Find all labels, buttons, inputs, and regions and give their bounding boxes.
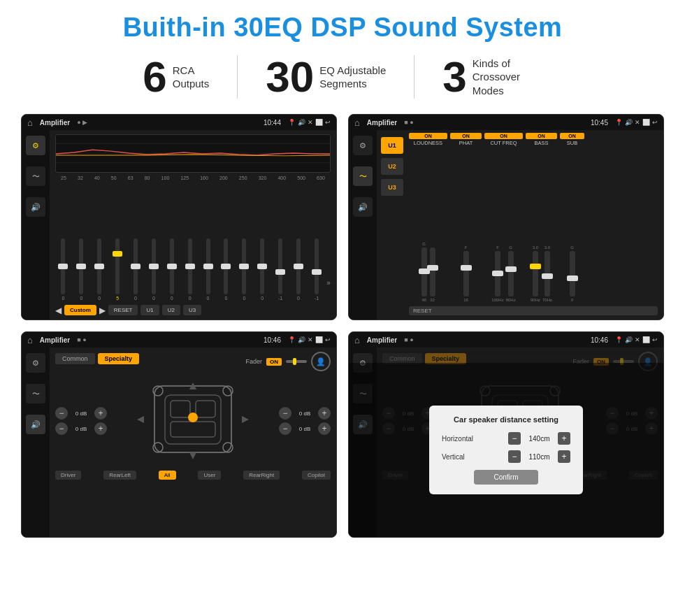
u1-select-btn[interactable]: U1 [381, 137, 403, 154]
sidebar-wave-btn-2[interactable]: 〜 [353, 166, 373, 186]
tab-common[interactable]: Common [55, 353, 95, 364]
stat-rca: 6 RCAOutputs [115, 55, 238, 99]
eq-sliders: 0 0 0 5 0 0 0 0 0 0 0 0 -1 0 -1 [55, 183, 331, 302]
reset-btn[interactable]: RESET [108, 305, 138, 315]
main-title: Buith-in 30EQ DSP Sound System [21, 13, 664, 43]
all-btn[interactable]: All [159, 471, 176, 480]
user-btn[interactable]: User [198, 471, 221, 480]
confirm-row: Confirm [442, 470, 570, 485]
eq-slider-2: 0 [92, 238, 108, 301]
horizontal-row: Horizontal − 140cm + [442, 432, 570, 445]
right-rear-minus[interactable]: − [279, 422, 291, 435]
eq-graph [55, 134, 331, 173]
u1-btn[interactable]: U1 [140, 305, 159, 315]
time-2: 10:45 [591, 119, 608, 127]
confirm-button[interactable]: Confirm [474, 470, 538, 485]
svg-rect-7 [171, 401, 190, 417]
sidebar-vol-btn[interactable]: 🔊 [26, 197, 45, 217]
screen-fader-dialog: ⌂ Amplifier ■ ● 10:46 📍🔊✕⬜↩ ⚙ 〜 🔊 [348, 331, 664, 538]
screen-fader: ⌂ Amplifier ■ ● 10:46 📍🔊✕⬜↩ ⚙ 〜 🔊 Co [21, 331, 337, 538]
eq-slider-12: -1 [273, 238, 289, 301]
sidebar-vol-btn-2[interactable]: 🔊 [353, 197, 373, 217]
eq-freq-labels: 253240506380100125160200250320400500630 [55, 176, 331, 180]
app-name-4: Amplifier [367, 336, 397, 344]
sidebar-eq-btn-2[interactable]: ⚙ [353, 136, 373, 155]
home-icon-1[interactable]: ⌂ [27, 117, 33, 128]
u3-btn[interactable]: U3 [183, 305, 201, 315]
eq-slider-1: 0 [73, 238, 89, 301]
fader-main: Common Specialty Fader ON 👤 [50, 348, 336, 537]
fader-sidebar: ⚙ 〜 🔊 [22, 348, 50, 537]
copilot-btn[interactable]: Copilot [302, 471, 331, 480]
status-icons-4: 📍🔊✕⬜↩ [615, 336, 658, 343]
crossover-content: ⚙ 〜 🔊 U1 U2 U3 ON L [349, 130, 663, 320]
app-name-3: Amplifier [40, 336, 70, 344]
left-rear-plus[interactable]: + [94, 422, 107, 435]
eq-slider-14: -1 [308, 238, 324, 301]
bass-on[interactable]: ON [526, 133, 557, 139]
fader-content: ⚙ 〜 🔊 Common Specialty Fader ON [22, 348, 336, 537]
u2-select-btn[interactable]: U2 [381, 158, 403, 175]
phat-on[interactable]: ON [450, 133, 482, 139]
app-name-1: Amplifier [40, 119, 70, 127]
sub-on[interactable]: ON [560, 133, 584, 139]
horizontal-plus-btn[interactable]: + [558, 432, 570, 445]
time-4: 10:46 [591, 336, 608, 344]
home-icon-4[interactable]: ⌂ [354, 335, 360, 345]
fader-on-btn[interactable]: ON [266, 358, 282, 366]
sidebar-wave-btn[interactable]: 〜 [26, 166, 45, 186]
person-icon: 👤 [311, 352, 331, 371]
tab-specialty[interactable]: Specialty [98, 353, 140, 364]
eq-slider-6: 0 [164, 238, 180, 301]
vertical-control: − 110cm + [508, 450, 570, 463]
svg-marker-13 [137, 416, 144, 423]
sidebar-eq-btn[interactable]: ⚙ [26, 136, 45, 155]
stat-rca-number: 6 [143, 55, 166, 99]
driver-btn[interactable]: Driver [55, 471, 81, 480]
eq-slider-13: 0 [291, 238, 307, 301]
sidebar-eq-btn-3[interactable]: ⚙ [26, 353, 45, 373]
vertical-plus-btn[interactable]: + [558, 450, 570, 463]
u-buttons: U1 U2 U3 [381, 133, 403, 317]
u2-btn[interactable]: U2 [162, 305, 180, 315]
sidebar-wave-btn-3[interactable]: 〜 [26, 384, 45, 403]
status-bar-4: ⌂ Amplifier ■ ● 10:46 📍🔊✕⬜↩ [349, 332, 663, 348]
right-front-plus[interactable]: + [318, 407, 331, 420]
horizontal-label: Horizontal [442, 435, 484, 443]
rearleft-btn[interactable]: RearLeft [103, 471, 136, 480]
right-rear-plus[interactable]: + [318, 422, 331, 435]
vertical-minus-btn[interactable]: − [508, 450, 521, 463]
crossover-sidebar: ⚙ 〜 🔊 [349, 130, 377, 320]
crossover-reset-btn[interactable]: RESET [409, 306, 658, 315]
fader-label: Fader [245, 358, 262, 365]
vertical-row: Vertical − 110cm + [442, 450, 570, 463]
custom-btn[interactable]: Custom [64, 305, 96, 315]
screenshots-grid: ⌂ Amplifier ● ▶ 10:44 📍🔊✕⬜↩ ⚙ 〜 🔊 [21, 114, 664, 538]
app-name-2: Amplifier [367, 119, 397, 127]
horizontal-control: − 140cm + [508, 432, 570, 445]
next-arrow[interactable]: ▶ [99, 306, 106, 315]
status-icons-3: 📍🔊✕⬜↩ [288, 336, 331, 343]
rearright-btn[interactable]: RearRight [243, 471, 280, 480]
left-rear-minus[interactable]: − [55, 422, 68, 435]
eq-sidebar: ⚙ 〜 🔊 [22, 130, 50, 320]
home-icon-2[interactable]: ⌂ [354, 117, 360, 128]
eq-content: ⚙ 〜 🔊 [22, 130, 336, 320]
stat-eq-label: EQ AdjustableSegments [319, 64, 386, 91]
fader-tabs: Common Specialty [55, 353, 139, 364]
loudness-on[interactable]: ON [409, 133, 447, 139]
right-front-minus[interactable]: − [279, 407, 291, 420]
svg-rect-8 [196, 401, 215, 417]
svg-point-10 [188, 413, 198, 422]
horizontal-minus-btn[interactable]: − [508, 432, 521, 445]
prev-arrow[interactable]: ◀ [55, 306, 62, 315]
page-wrapper: Buith-in 30EQ DSP Sound System 6 RCAOutp… [0, 0, 685, 550]
left-front-plus[interactable]: + [94, 407, 107, 420]
left-front-minus[interactable]: − [55, 407, 68, 420]
sidebar-fader-btn-3[interactable]: 🔊 [26, 415, 45, 434]
home-icon-3[interactable]: ⌂ [27, 335, 33, 345]
u3-select-btn[interactable]: U3 [381, 179, 403, 196]
cutfreq-on[interactable]: ON [484, 133, 523, 139]
screen-crossover: ⌂ Amplifier ■ ● 10:45 📍🔊✕⬜↩ ⚙ 〜 🔊 U1 U2 [348, 114, 664, 320]
right-vol-control: − 0 dB + − 0 dB + [279, 407, 331, 435]
